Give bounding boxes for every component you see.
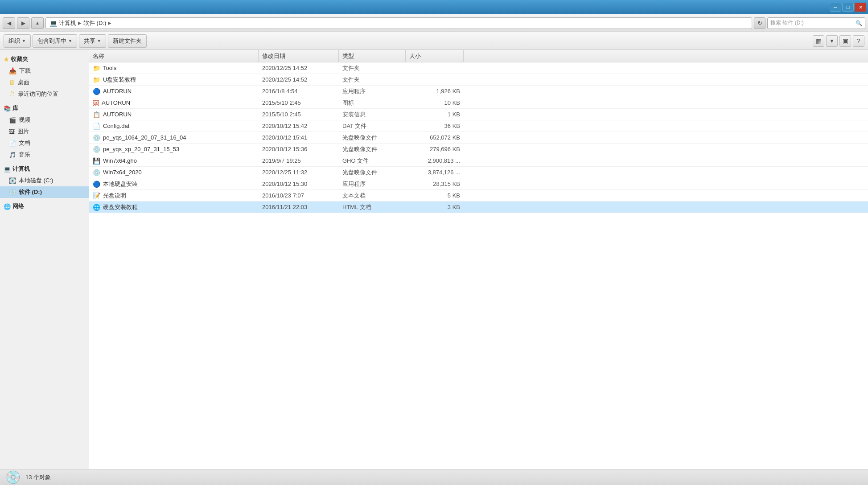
organize-arrow-icon: ▼ [22,39,26,43]
table-row[interactable]: 🔵 AUTORUN 2016/1/8 4:54 应用程序 1,926 KB [89,86,868,97]
view-button[interactable]: ▦ [813,35,824,47]
address-path[interactable]: 💻 计算机 ▶ 软件 (D:) ▶ [45,17,752,29]
col-header-name[interactable]: 名称 [89,50,259,62]
network-section: 🌐 网络 [0,201,89,212]
library-label: 库 [12,104,18,112]
file-icon: 💿 [93,134,100,141]
file-cell-type: 光盘映像文件 [339,144,406,155]
table-row[interactable]: 💾 Win7x64.gho 2019/9/7 19:25 GHO 文件 2,90… [89,155,868,167]
toolbar: 组织 ▼ 包含到库中 ▼ 共享 ▼ 新建文件夹 ▦ ▼ ▣ ? [0,32,868,50]
sidebar-item-video[interactable]: 🎬 视频 [0,114,89,126]
sidebar-item-image-label: 图片 [17,127,29,136]
file-cell-type: DAT 文件 [339,120,406,132]
file-cell-name: 📝 光盘说明 [89,190,259,201]
file-area: 名称 修改日期 类型 大小 📁 Tools 2020/12/25 14:52 文… [89,50,868,469]
file-icon: 💿 [93,169,100,176]
file-icon: 📁 [93,65,100,72]
status-icon: 💿 [5,470,21,485]
file-name: 光盘说明 [103,192,126,200]
view-toggle-button[interactable]: ▼ [826,35,838,47]
table-row[interactable]: 📄 Config.dat 2020/10/12 15:42 DAT 文件 36 … [89,120,868,132]
minimize-button[interactable]: ─ [830,3,841,12]
addressbar: ◀ ▶ ▲ 💻 计算机 ▶ 软件 (D:) ▶ ↻ 搜索 软件 (D:) 🔍 [0,14,868,32]
file-cell-date: 2016/11/21 22:03 [259,201,339,213]
sidebar-item-d-drive[interactable]: 💿 软件 (D:) [0,186,89,198]
forward-button[interactable]: ▶ [17,17,29,29]
col-header-size[interactable]: 大小 [406,50,464,62]
file-cell-date: 2020/10/12 15:30 [259,178,339,189]
file-cell-date: 2016/10/23 7:07 [259,190,339,201]
new-folder-button[interactable]: 新建文件夹 [108,34,147,48]
library-icon: 📚 [4,105,11,112]
file-cell-name: 🔵 本地硬盘安装 [89,178,259,189]
search-icon[interactable]: 🔍 [856,20,862,26]
file-cell-date: 2019/9/7 19:25 [259,155,339,166]
table-row[interactable]: 📁 U盘安装教程 2020/12/25 14:52 文件夹 [89,74,868,86]
library-header[interactable]: 📚 库 [0,103,89,114]
d-drive-icon: 💿 [9,189,16,196]
file-cell-name: 📁 Tools [89,62,259,74]
path-icon: 💻 [49,20,57,27]
main-layout: ★ 收藏夹 📥 下载 🖥 桌面 ⏱ 最近访问的位置 📚 库 🎬 [0,50,868,469]
sidebar-item-c-drive[interactable]: 💽 本地磁盘 (C:) [0,175,89,186]
table-row[interactable]: 🌐 硬盘安装教程 2016/11/21 22:03 HTML 文档 3 KB [89,201,868,213]
file-cell-date: 2020/10/12 15:41 [259,132,339,143]
include-arrow-icon: ▼ [68,39,72,43]
file-cell-date: 2020/10/12 15:42 [259,120,339,132]
computer-header[interactable]: 💻 计算机 [0,163,89,175]
recent-icon: ⏱ [9,90,15,98]
sidebar-item-download[interactable]: 📥 下载 [0,65,89,77]
share-arrow-icon: ▼ [97,39,101,43]
sidebar-item-document[interactable]: 📄 文档 [0,137,89,149]
favorites-header[interactable]: ★ 收藏夹 [0,53,89,65]
path-sep2: ▶ [108,21,111,25]
table-row[interactable]: 🖼 AUTORUN 2015/5/10 2:45 图标 10 KB [89,97,868,109]
file-name: Tools [103,65,116,71]
share-label: 共享 [84,37,95,45]
table-row[interactable]: 📋 AUTORUN 2015/5/10 2:45 安装信息 1 KB [89,109,868,120]
image-icon: 🖼 [9,128,15,135]
search-box[interactable]: 搜索 软件 (D:) 🔍 [767,17,865,29]
back-button[interactable]: ◀ [3,17,15,29]
network-header[interactable]: 🌐 网络 [0,201,89,212]
sidebar-item-desktop[interactable]: 🖥 桌面 [0,77,89,88]
table-row[interactable]: 💿 pe_yqs_xp_20_07_31_15_53 2020/10/12 15… [89,144,868,155]
maximize-button[interactable]: □ [842,3,854,12]
organize-button[interactable]: 组织 ▼ [4,34,31,48]
sidebar-item-music-label: 音乐 [19,151,30,159]
file-cell-type: HTML 文档 [339,201,406,213]
sidebar-item-download-label: 下载 [19,67,31,75]
file-cell-type: 文件夹 [339,74,406,85]
col-header-type[interactable]: 类型 [339,50,406,62]
file-icon: 📁 [93,76,100,83]
close-button[interactable]: ✕ [855,3,866,12]
sidebar-item-music[interactable]: 🎵 音乐 [0,149,89,160]
path-computer: 计算机 [59,19,76,27]
table-row[interactable]: 🔵 本地硬盘安装 2020/10/12 15:30 应用程序 28,315 KB [89,178,868,190]
table-row[interactable]: 📝 光盘说明 2016/10/23 7:07 文本文档 5 KB [89,190,868,201]
file-cell-name: 📄 Config.dat [89,120,259,132]
status-count: 13 个对象 [25,473,51,481]
table-row[interactable]: 📁 Tools 2020/12/25 14:52 文件夹 [89,62,868,74]
file-cell-size [406,62,464,74]
file-cell-name: 💿 pe_yqs_xp_20_07_31_15_53 [89,144,259,155]
sidebar-item-recent[interactable]: ⏱ 最近访问的位置 [0,88,89,100]
preview-button[interactable]: ▣ [839,35,851,47]
file-cell-size: 5 KB [406,190,464,201]
sidebar-item-image[interactable]: 🖼 图片 [0,126,89,137]
col-header-date[interactable]: 修改日期 [259,50,339,62]
file-cell-size: 279,696 KB [406,144,464,155]
file-icon: 🔵 [93,88,100,95]
file-name: pe_yqs_xp_20_07_31_15_53 [103,146,179,152]
include-button[interactable]: 包含到库中 ▼ [33,34,77,48]
sidebar-item-c-drive-label: 本地磁盘 (C:) [19,177,53,185]
file-cell-name: 🌐 硬盘安装教程 [89,201,259,213]
table-row[interactable]: 💿 pe_yqs_1064_20_07_31_16_04 2020/10/12 … [89,132,868,144]
up-button[interactable]: ▲ [31,17,44,29]
file-name: AUTORUN [102,99,130,106]
help-button[interactable]: ? [853,35,864,47]
sidebar-item-video-label: 视频 [19,116,30,124]
share-button[interactable]: 共享 ▼ [79,34,106,48]
refresh-button[interactable]: ↻ [754,17,765,29]
table-row[interactable]: 💿 Win7x64_2020 2020/12/25 11:32 光盘映像文件 3… [89,167,868,178]
